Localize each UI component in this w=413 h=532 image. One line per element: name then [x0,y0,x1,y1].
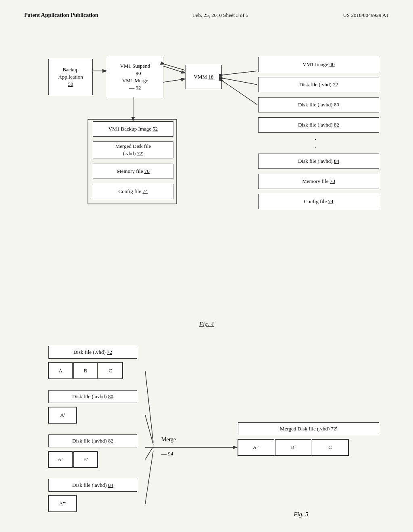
vm1-image-label: VM1 Image 40 [302,61,334,68]
backup-app-box: BackupApplication50 [48,59,93,95]
merged-disk-label: Merged Disk file(.vhd) 72' [115,143,151,157]
vm1-suspend-box: VM1 Suspend— 90VM1 Merge— 92 [107,57,163,97]
m-block-c-label: C [328,444,332,451]
config-74-label: Config file 74 [119,188,148,195]
vm1-image-box: VM1 Image 40 [258,57,379,72]
block-a-f5: A [48,363,73,379]
vmm-box: VMM 18 [186,65,222,89]
merge-ref: — 94 [161,451,173,457]
block-a-prime-f5: A' [48,407,77,423]
config-74-box-r: Config file 74 [258,194,379,209]
block-b-f5: B [73,363,98,379]
block-a2-f5: A'' [48,451,73,468]
vm1-suspend-label: VM1 Suspend— 90VM1 Merge— 92 [120,62,150,92]
disk-avhd-84-f5: Disk file (.avhd) 84 [48,479,137,492]
block-a-prime-label: A' [60,411,65,419]
page-header: Patent Application Publication Feb. 25, … [24,12,389,19]
vm1-backup-box: VM1 Backup Image 52 [93,121,173,137]
config-74-box: Config file 74 [93,184,173,199]
m-block-b-label: B' [291,444,295,451]
vm1-backup-label: VM1 Backup Image 52 [108,125,158,133]
disk-avhd-84-box-r: Disk file (.avhd) 84 [258,154,379,169]
merge-ref-area: — 94 [161,451,173,457]
merged-disk-f5: Merged Disk file (.vhd) 72' [238,422,379,435]
block-b2-f5: B' [73,451,98,468]
m-block-b-f5: B' [275,439,311,455]
memory-70-box: Memory file 70 [93,164,173,179]
block-c-f5: C [98,363,123,379]
fig4-caption: Fig. 4 [24,321,389,328]
config-74-label-r: Config file 74 [304,198,334,205]
disk-avhd-82-label-r: Disk file (.avhd) 82 [298,121,339,129]
block-c-label: C [108,367,112,374]
disk-avhd-80-f5: Disk file (.avhd) 80 [48,390,137,403]
fig4-caption-text: Fig. 4 [199,321,214,327]
svg-line-8 [223,81,257,105]
block-b-label: B [84,367,88,374]
svg-line-5 [163,79,185,82]
header-right: US 2010/0049929 A1 [343,12,389,19]
header-center: Feb. 25, 2010 Sheet 3 of 5 [193,12,248,19]
header-left: Patent Application Publication [24,12,98,19]
merge-label-area: Merge [161,436,176,443]
fig4-diagram: BackupApplication50 VM1 Suspend— 90VM1 M… [24,35,389,309]
m-block-c-f5: C [312,439,348,455]
block-a-label: A [58,367,62,374]
block-a3-label: A''' [59,500,66,507]
disk-avhd-80-box-r: Disk file (.avhd) 80 [258,97,379,112]
svg-line-4 [164,64,185,70]
ellipsis: ·· [315,135,318,152]
m-block-a3-f5: A''' [238,439,274,455]
merged-disk-box: Merged Disk file(.vhd) 72' [93,141,173,158]
disk-vhd-72-f5-label: Disk file (.vhd) 72 [73,349,112,356]
vmm-label: VMM 18 [194,73,214,81]
svg-line-15 [145,447,153,459]
fig5-diagram: Disk file (.vhd) 72 A B C Disk file (.av… [24,342,389,532]
memory-70-box-r: Memory file 70 [258,174,379,189]
disk-avhd-82-f5-label: Disk file (.avhd) 82 [72,437,113,445]
merge-label: Merge [161,436,176,443]
disk-avhd-80-f5-label: Disk file (.avhd) 80 [72,393,113,400]
memory-70-label: Memory file 70 [117,168,150,175]
svg-line-6 [223,71,257,75]
disk-vhd-72-label-r: Disk file (.vhd) 72 [299,81,338,88]
memory-70-label-r: Memory file 70 [302,178,335,185]
svg-line-3 [163,66,185,73]
backup-app-label: BackupApplication50 [58,66,83,88]
m-block-a3-label: A''' [253,444,259,451]
disk-avhd-82-box-r: Disk file (.avhd) 82 [258,117,379,133]
svg-line-13 [145,371,153,443]
svg-line-14 [145,415,153,445]
svg-line-16 [145,451,153,504]
disk-avhd-80-label-r: Disk file (.avhd) 80 [298,101,339,108]
disk-vhd-72-f5: Disk file (.vhd) 72 [48,346,137,359]
block-b2-label: B' [83,456,88,463]
block-a3-f5: A''' [48,496,77,512]
merged-disk-f5-label: Merged Disk file (.vhd) 72' [280,425,337,432]
block-a2-label: A'' [58,456,63,463]
disk-avhd-82-f5: Disk file (.avhd) 82 [48,434,137,447]
disk-vhd-72-box-r: Disk file (.vhd) 72 [258,77,379,92]
disk-avhd-84-label-r: Disk file (.avhd) 84 [298,158,339,165]
page: Patent Application Publication Feb. 25, … [0,0,413,532]
svg-line-7 [223,78,257,85]
disk-avhd-84-f5-label: Disk file (.avhd) 84 [72,482,113,489]
